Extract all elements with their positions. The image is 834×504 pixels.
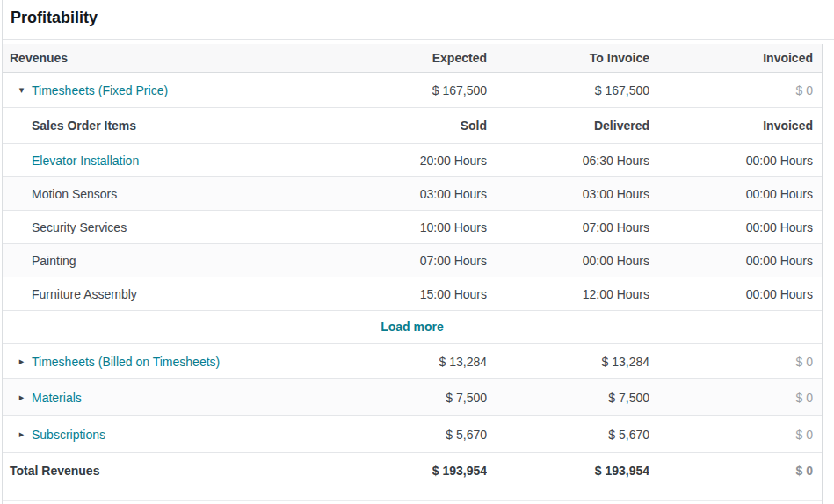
materials-link[interactable]: Materials [32,391,82,405]
sale-item-row: Elevator Installation 20:00 Hours 06:30 … [3,144,822,177]
sold-value: 03:00 Hours [346,187,487,201]
sale-item-row: Motion Sensors 03:00 Hours 03:00 Hours 0… [3,177,822,211]
right-divider [822,44,823,504]
subscriptions-link[interactable]: Subscriptions [32,428,105,442]
left-divider [2,0,3,504]
sale-item-name: Security Services [3,220,346,234]
invoiced-value: 00:00 Hours [649,254,813,268]
invoiced-value: $ 0 [649,391,813,405]
sale-item-name: Motion Sensors [3,187,346,201]
expected-value: $ 167,500 [346,83,487,97]
subheader-sales-order-items: Sales Order Items [3,119,346,133]
sale-item-name[interactable]: Elevator Installation [3,154,346,168]
invoiced-value: $ 0 [649,355,813,369]
timesheets-billed-link[interactable]: Timesheets (Billed on Timesheets) [32,355,220,369]
caret-down-icon[interactable]: ▾ [18,84,25,96]
to-invoice-value: $ 13,284 [487,355,649,369]
column-header-to-invoice: To Invoice [487,51,649,65]
expected-value: $ 7,500 [346,391,487,405]
delivered-value: 03:00 Hours [487,187,649,201]
row-subscriptions: ▸ Subscriptions $ 5,670 $ 5,670 $ 0 [3,416,822,453]
sales-order-items-header-row: Sales Order Items Sold Delivered Invoice… [3,108,822,144]
caret-right-icon[interactable]: ▸ [18,428,25,440]
delivered-value: 07:00 Hours [487,220,649,234]
sale-item-row: Painting 07:00 Hours 00:00 Hours 00:00 H… [3,244,822,277]
caret-right-icon[interactable]: ▸ [18,356,25,367]
load-more-link[interactable]: Load more [381,320,444,334]
total-expected-value: $ 193,954 [346,464,487,478]
timesheets-fixed-price-link[interactable]: Timesheets (Fixed Price) [32,83,168,97]
sale-item-row: Security Services 10:00 Hours 07:00 Hour… [3,211,822,244]
sale-item-name: Furniture Assembly [3,287,346,301]
subheader-invoiced: Invoiced [649,119,813,133]
sold-value: 10:00 Hours [346,220,487,234]
table-header-row: Revenues Expected To Invoice Invoiced [3,44,822,73]
column-header-expected: Expected [346,51,487,65]
invoiced-value: $ 0 [649,428,813,442]
sold-value: 15:00 Hours [346,287,487,301]
to-invoice-value: $ 5,670 [487,428,649,442]
revenue-sections-group: ▸ Timesheets (Billed on Timesheets) $ 13… [3,344,822,453]
subheader-sold: Sold [346,119,487,133]
profitability-panel: Profitability Revenues Expected To Invoi… [0,0,834,504]
load-more-row: Load more [3,311,822,344]
total-revenues-row: Total Revenues $ 193,954 $ 193,954 $ 0 [3,453,822,488]
row-timesheets-billed: ▸ Timesheets (Billed on Timesheets) $ 13… [3,344,822,379]
invoiced-value: 00:00 Hours [649,154,813,168]
sale-item-row: Furniture Assembly 15:00 Hours 12:00 Hou… [3,277,822,311]
profitability-table: Revenues Expected To Invoice Invoiced ▾ … [3,44,822,488]
expected-value: $ 13,284 [346,355,487,369]
sold-value: 20:00 Hours [346,154,487,168]
sale-item-name: Painting [3,254,346,268]
expected-value: $ 5,670 [346,428,487,442]
row-materials: ▸ Materials $ 7,500 $ 7,500 $ 0 [3,379,822,416]
to-invoice-value: $ 7,500 [487,391,649,405]
invoiced-value: 00:00 Hours [649,287,813,301]
bottom-divider [3,500,822,501]
to-invoice-value: $ 167,500 [487,83,649,97]
sold-value: 07:00 Hours [346,254,487,268]
row-timesheets-fixed-price: ▾ Timesheets (Fixed Price) $ 167,500 $ 1… [3,73,822,108]
invoiced-value: $ 0 [649,83,813,97]
panel-title: Profitability [11,9,98,26]
delivered-value: 00:00 Hours [487,254,649,268]
total-to-invoice-value: $ 193,954 [487,464,649,478]
delivered-value: 12:00 Hours [487,287,649,301]
total-revenues-label: Total Revenues [3,464,346,478]
panel-header: Profitability [3,0,834,40]
sale-items-group: Elevator Installation 20:00 Hours 06:30 … [3,144,822,311]
delivered-value: 06:30 Hours [487,154,649,168]
column-header-invoiced: Invoiced [649,51,813,65]
invoiced-value: 00:00 Hours [649,220,813,234]
column-header-revenues: Revenues [3,51,346,65]
total-invoiced-value: $ 0 [649,464,813,478]
subheader-delivered: Delivered [487,119,649,133]
invoiced-value: 00:00 Hours [649,187,813,201]
caret-right-icon[interactable]: ▸ [18,392,25,403]
